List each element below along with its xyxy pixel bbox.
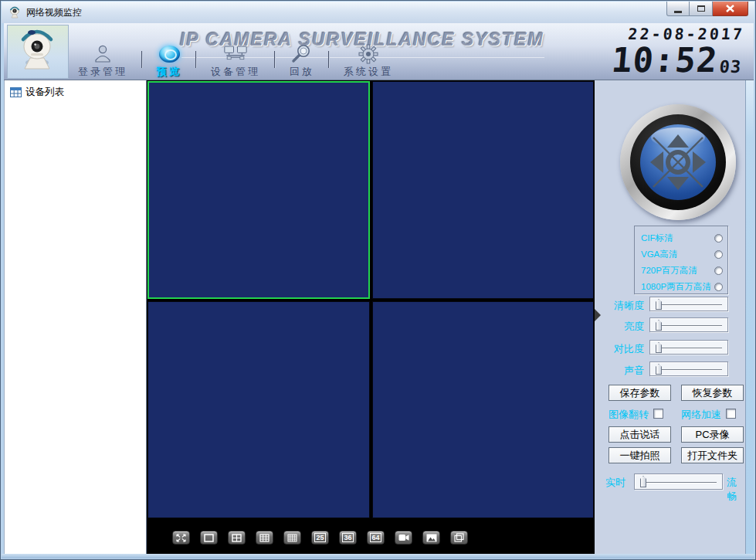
video-pane-2[interactable] xyxy=(372,81,595,299)
image-flip-checkbox[interactable] xyxy=(653,409,663,419)
nav-label: 登录管理 xyxy=(78,65,127,79)
user-icon xyxy=(91,43,114,64)
video-grid xyxy=(147,80,595,520)
snapshot-button[interactable] xyxy=(422,531,440,545)
preview-lens-icon xyxy=(158,43,181,64)
radio-vga[interactable] xyxy=(714,250,723,259)
title-bar[interactable]: 网络视频监控 xyxy=(2,2,754,23)
device-tree-panel: 设备列表 xyxy=(4,80,147,555)
nav-preview[interactable]: 预览 xyxy=(149,43,189,79)
toolbar-separator xyxy=(195,51,197,68)
nav-label: 设备管理 xyxy=(211,65,260,79)
nav-label: 预览 xyxy=(157,65,181,79)
fullscreen-button[interactable] xyxy=(450,531,468,545)
resolution-option-720p[interactable]: 720P百万高清 xyxy=(641,263,723,279)
ptz-down-arrow xyxy=(667,177,689,190)
resolution-label: CIF标清 xyxy=(641,232,673,244)
resolution-option-cif[interactable]: CIF标清 xyxy=(641,230,723,246)
snapshot-key-button[interactable]: 一键拍照 xyxy=(609,447,671,463)
webcam-logo-icon xyxy=(8,25,68,78)
video-pane-1[interactable] xyxy=(147,81,370,299)
network-accel-checkbox[interactable] xyxy=(726,409,736,419)
layout-25-button[interactable]: 25 xyxy=(311,531,329,545)
layout-9-button[interactable] xyxy=(256,531,273,545)
record-button[interactable] xyxy=(395,531,412,545)
layout-1-button[interactable] xyxy=(200,531,218,545)
image-flip-label: 图像翻转 xyxy=(609,408,649,422)
volume-label: 声音 xyxy=(595,364,644,378)
main-area: 设备列表 xyxy=(4,80,754,555)
nav-playback[interactable]: 回放 xyxy=(282,43,322,79)
video-pane-3[interactable] xyxy=(147,301,370,519)
webcam-icon xyxy=(8,5,22,19)
clock-seconds: 03 xyxy=(719,57,743,77)
resolution-option-1080p[interactable]: 1080P两百万高清 xyxy=(641,279,723,295)
nav-device-management[interactable]: 设备管理 xyxy=(203,43,268,79)
video-camera-icon xyxy=(398,534,409,541)
resolution-option-vga[interactable]: VGA高清 xyxy=(641,246,723,263)
app-window: 网络视频监控 IP CAM xyxy=(0,0,756,560)
slider-thumb[interactable] xyxy=(656,320,662,331)
save-params-button[interactable]: 保存参数 xyxy=(609,385,671,401)
close-button[interactable] xyxy=(713,2,748,16)
monitors-icon xyxy=(224,43,247,64)
slider-thumb[interactable] xyxy=(640,476,646,487)
window-frame-strip xyxy=(745,80,754,555)
picture-icon xyxy=(426,534,437,542)
layout-1-icon xyxy=(204,534,214,542)
brightness-slider[interactable] xyxy=(649,317,728,332)
volume-slider[interactable] xyxy=(649,361,728,376)
sharpness-slider[interactable] xyxy=(649,297,728,311)
expand-view-button[interactable] xyxy=(172,531,190,545)
video-pane-4[interactable] xyxy=(372,301,595,519)
radio-1080p[interactable] xyxy=(714,283,723,291)
resolution-label: 720P百万高清 xyxy=(641,265,697,277)
contrast-slider[interactable] xyxy=(649,340,728,355)
nav-label: 回放 xyxy=(290,65,314,79)
ptz-left-arrow xyxy=(650,151,663,173)
talk-button[interactable]: 点击说话 xyxy=(609,426,671,443)
ptz-pad xyxy=(640,124,716,200)
ptz-up-arrow xyxy=(667,134,689,148)
toolbar-separator xyxy=(141,51,143,68)
slider-thumb[interactable] xyxy=(656,299,662,310)
device-list-label: 设备列表 xyxy=(25,86,64,99)
slider-thumb[interactable] xyxy=(656,364,662,375)
contrast-label: 对比度 xyxy=(595,342,644,356)
nav-login-management[interactable]: 登录管理 xyxy=(70,43,135,79)
digital-clock: 22-08-2017 10:52 03 xyxy=(610,25,745,77)
layout-64-button[interactable]: 64 xyxy=(367,531,385,545)
minimize-icon xyxy=(674,11,682,13)
ptz-ring xyxy=(630,114,726,210)
brightness-label: 亮度 xyxy=(595,320,644,334)
maximize-button[interactable] xyxy=(690,2,713,16)
expand-icon xyxy=(176,534,186,542)
minimize-button[interactable] xyxy=(666,2,690,16)
layout-4-button[interactable] xyxy=(228,531,246,545)
resolution-label: VGA高清 xyxy=(641,249,677,260)
playback-magnifier-icon xyxy=(290,43,314,64)
restore-params-button[interactable]: 恢复参数 xyxy=(681,385,744,401)
nav-system-settings[interactable]: 系统设置 xyxy=(336,43,401,79)
window-frame-bottom xyxy=(2,554,754,558)
layout-36-button[interactable]: 36 xyxy=(339,531,357,545)
radio-720p[interactable] xyxy=(714,266,723,275)
slider-thumb[interactable] xyxy=(656,342,662,353)
device-list-root[interactable]: 设备列表 xyxy=(5,80,146,99)
open-folder-button[interactable]: 打开文件夹 xyxy=(681,447,744,463)
layout-16-icon xyxy=(287,534,297,542)
stream-slider[interactable] xyxy=(634,473,723,490)
clock-time: 10:52 xyxy=(610,43,719,77)
ptz-joystick[interactable] xyxy=(620,104,736,220)
layout-25-label: 25 xyxy=(314,533,326,542)
device-list-icon xyxy=(10,87,22,97)
main-toolbar: 登录管理 预览 xyxy=(70,45,401,79)
realtime-label: 实时 xyxy=(605,476,625,490)
layout-9-icon xyxy=(259,534,270,542)
nav-label: 系统设置 xyxy=(344,65,393,79)
ptz-right-arrow xyxy=(693,151,706,173)
radio-cif[interactable] xyxy=(714,234,723,243)
layout-16-button[interactable] xyxy=(283,531,301,545)
layout-toolbar: 25 36 64 xyxy=(147,520,595,555)
pc-record-button[interactable]: PC录像 xyxy=(681,426,744,443)
